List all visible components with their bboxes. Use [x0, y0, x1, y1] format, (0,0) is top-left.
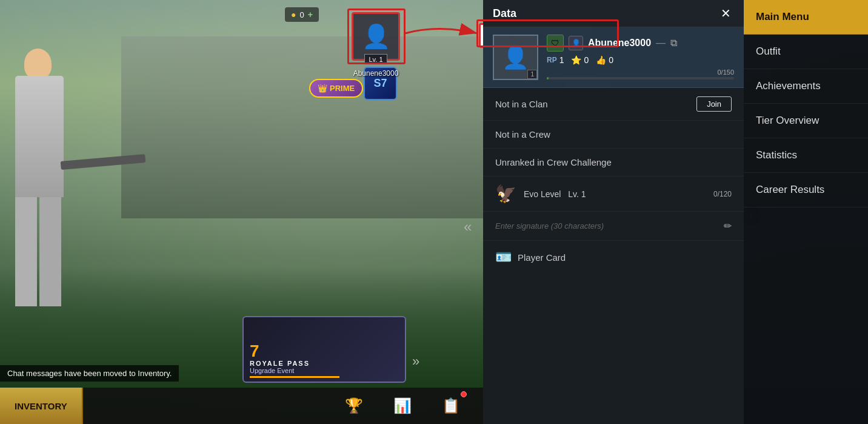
profile-avatar: 👤 1 — [493, 35, 538, 80]
profile-avatar-icon: 👤 — [502, 45, 529, 70]
signature-row: Enter signature (30 characters) ✏ — [483, 212, 744, 241]
menu-item-career-results[interactable]: Career Results — [744, 173, 868, 207]
rp-title: ROYALE PASS — [250, 360, 399, 367]
menu-label-tier-overview: Tier Overview — [756, 115, 819, 127]
crew-challenge-label: Unranked in Crew Challenge — [495, 157, 612, 167]
star-stat-value: 0 — [584, 55, 589, 65]
avatar-person-icon: 👤 — [362, 23, 390, 50]
gold-icon: ● — [291, 10, 296, 19]
prime-badge[interactable]: 👑 PRIME — [309, 79, 363, 98]
menu-label-achievements: Achievements — [756, 80, 821, 92]
player-name-hud: Abunene3000 — [353, 69, 399, 78]
rp-stat-item: RP 1 — [547, 55, 564, 65]
prime-label: PRIME — [330, 84, 355, 93]
profile-name-row: 🛡 👤 Abunene3000 — ⧉ — [547, 35, 734, 52]
menu-label-statistics: Statistics — [756, 149, 797, 161]
player-card-row[interactable]: 🪪 Player Card — [483, 241, 744, 274]
currency-value: 0 — [299, 10, 304, 19]
bar-chart-icon: 📊 — [393, 397, 412, 414]
clan-label: Not in a Clan — [495, 99, 548, 109]
player-avatar-section: 👤 Lv. 1 Abunene3000 — [352, 12, 400, 78]
evo-level-text: Evo Level — [524, 189, 561, 199]
level-badge: Lv. 1 — [364, 54, 387, 65]
panel-title: Data — [493, 7, 516, 20]
rp-progress-bar — [250, 376, 339, 378]
add-icon[interactable]: + — [308, 10, 313, 19]
crown-icon: 👑 — [318, 84, 327, 93]
panel-header: Data ✕ — [483, 0, 744, 27]
rp-stat-icon: RP — [547, 56, 557, 64]
currency-bar: ● 0 + — [285, 7, 319, 22]
stats-button[interactable]: 📊 — [378, 388, 427, 424]
tier-badge: 🛡 — [547, 35, 564, 52]
inventory-label: INVENTORY — [15, 401, 67, 411]
menu-item-outfit[interactable]: Outfit — [744, 35, 868, 69]
chat-message-text: Chat messages have been moved to Invento… — [7, 369, 172, 378]
profile-panel: Data ✕ 👤 1 🛡 👤 Abunene3000 — [483, 0, 744, 424]
profile-top-section: 👤 1 🛡 👤 Abunene3000 — ⧉ — [483, 27, 744, 88]
profile-progress-text: 0/150 — [547, 69, 734, 76]
close-icon: ✕ — [721, 6, 731, 21]
trophy-icon: 🏆 — [345, 397, 363, 414]
crew-challenge-row: Unranked in Crew Challenge — [483, 149, 744, 177]
menu-item-achievements[interactable]: Achievements — [744, 69, 868, 104]
copy-icon[interactable]: ⧉ — [670, 38, 677, 49]
missions-button[interactable]: 📋 — [427, 388, 475, 424]
rp-number: 7 — [250, 343, 399, 360]
panel-close-button[interactable]: ✕ — [717, 5, 734, 22]
crew-row: Not in a Crew — [483, 121, 744, 149]
menu-item-tier-overview[interactable]: Tier Overview — [744, 104, 868, 138]
join-clan-button[interactable]: Join — [696, 96, 732, 112]
star-stat-item: ⭐ 0 — [571, 55, 589, 65]
menu-label-career-results: Career Results — [756, 184, 824, 196]
rp-subtitle: Upgrade Event — [250, 367, 399, 374]
profile-username: Abunene3000 — [588, 38, 651, 49]
progress-bar-background — [547, 77, 734, 79]
inventory-button[interactable]: INVENTORY — [0, 388, 83, 424]
evo-progress: 0/120 — [713, 190, 732, 198]
clipboard-icon: 📋 — [442, 397, 460, 414]
menu-item-statistics[interactable]: Statistics — [744, 138, 868, 173]
player-card-label: Player Card — [518, 252, 566, 263]
like-stat-icon: 👍 — [596, 55, 606, 65]
s7-label: S7 — [373, 77, 387, 90]
evo-level-value: Lv. 1 — [568, 189, 586, 199]
profile-details: 🛡 👤 Abunene3000 — ⧉ RP 1 ⭐ — [547, 35, 734, 79]
player-card-icon: 🪪 — [495, 249, 512, 265]
profile-avatar-level-badge: 1 — [527, 70, 537, 79]
avatar-frame[interactable]: 👤 Lv. 1 — [352, 12, 400, 61]
royale-pass-banner[interactable]: 7 ROYALE PASS Upgrade Event — [242, 316, 406, 383]
missions-dot — [461, 391, 467, 397]
profile-info-row: 👤 1 🛡 👤 Abunene3000 — ⧉ — [493, 35, 734, 80]
separator: — — [656, 38, 666, 49]
signature-edit-icon[interactable]: ✏ — [724, 220, 732, 232]
clan-row: Not in a Clan Join — [483, 88, 744, 121]
double-chevron-right[interactable]: » — [412, 354, 419, 369]
evo-label: Evo Level Lv. 1 — [524, 189, 706, 199]
menu-label-main-menu: Main Menu — [756, 11, 809, 23]
profile-stats-row: RP 1 ⭐ 0 👍 0 — [547, 55, 734, 65]
side-menu: Main Menu Outfit Achievements Tier Overv… — [744, 0, 868, 424]
crew-label: Not in a Crew — [495, 129, 550, 140]
account-icon: 👤 — [569, 36, 583, 50]
chevron-left-nav[interactable]: « — [464, 218, 472, 235]
menu-label-outfit: Outfit — [756, 45, 781, 58]
evo-icon: 🦅 — [495, 184, 516, 204]
panel-body: Not in a Clan Join Not in a Crew Unranke… — [483, 88, 744, 424]
progress-bar-fill — [547, 77, 549, 79]
star-stat-icon: ⭐ — [571, 55, 581, 65]
signature-placeholder: Enter signature (30 characters) — [495, 221, 604, 231]
evo-level-row: 🦅 Evo Level Lv. 1 0/120 — [483, 177, 744, 212]
menu-item-main-menu[interactable]: Main Menu — [744, 0, 868, 35]
trophy-button[interactable]: 🏆 — [330, 388, 378, 424]
like-stat-value: 0 — [609, 55, 613, 65]
rp-stat-value: 1 — [559, 55, 564, 65]
chat-message: Chat messages have been moved to Invento… — [0, 365, 179, 382]
evo-info: Evo Level Lv. 1 — [524, 189, 706, 199]
like-stat-item: 👍 0 — [596, 55, 613, 65]
